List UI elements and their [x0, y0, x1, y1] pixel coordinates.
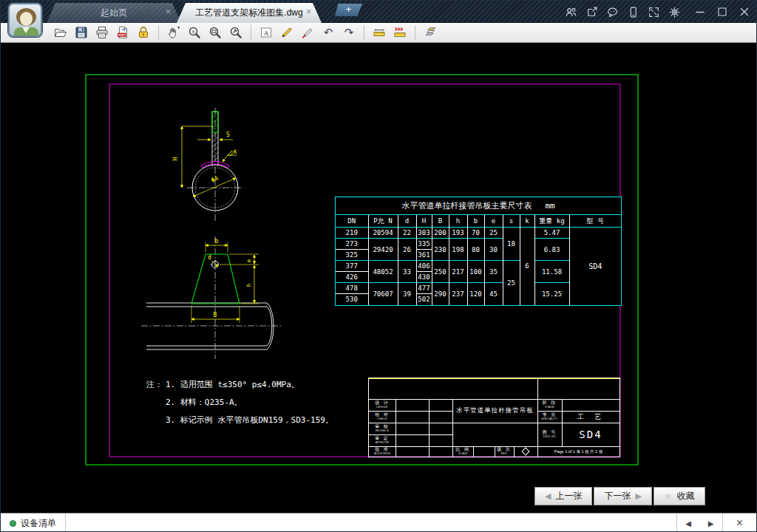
- col-header: 型 号: [569, 215, 621, 228]
- cell-H: 502: [416, 294, 432, 305]
- marker-tool-button[interactable]: [299, 24, 316, 41]
- star-icon: ★: [664, 491, 673, 502]
- cell-d: 22: [398, 228, 416, 239]
- titleblock-dwgno-label: 图 号 DWG. NO.: [537, 423, 562, 446]
- maximize-button[interactable]: [716, 6, 728, 18]
- status-close-button[interactable]: ×: [722, 514, 756, 532]
- cell-e: 25: [484, 228, 503, 239]
- cell-b: 70: [467, 228, 484, 239]
- measure-button[interactable]: [371, 24, 387, 41]
- status-back-button[interactable]: ◀: [676, 514, 699, 532]
- cell-dn: 273: [336, 239, 368, 250]
- tab-start-page[interactable]: 起始页 ×: [47, 3, 181, 23]
- title-block-line: [369, 378, 619, 379]
- chat-icon[interactable]: [606, 6, 619, 18]
- col-header: b: [467, 215, 484, 228]
- tab-close-icon[interactable]: ×: [306, 7, 311, 17]
- layers-button[interactable]: [422, 24, 438, 41]
- cell-d: 39: [398, 283, 416, 305]
- cell-B: 200: [432, 228, 449, 239]
- table-header-row: DN P允 N d H B h b e s k 重量 kg 型 号: [336, 215, 621, 228]
- status-forward-button[interactable]: ▶: [699, 514, 722, 532]
- zoom-extents-button[interactable]: [228, 24, 244, 41]
- mobile-icon[interactable]: [627, 6, 639, 18]
- fullscreen-icon[interactable]: [648, 6, 660, 18]
- titlebar-icons: [565, 1, 750, 23]
- new-tab-button[interactable]: +: [335, 4, 362, 16]
- col-header: h: [449, 215, 467, 228]
- tab-strip: 起始页 × 工艺管道支架标准图集.dwg ×: [47, 3, 322, 23]
- redo-icon: ↷: [344, 26, 354, 39]
- titleblock-recheck-label: 审 核 RECHECK: [369, 423, 396, 434]
- titleblock-page-info: Page 1 of 1 第 1 张 共 1 张: [537, 446, 619, 457]
- cell-b: 80: [467, 239, 484, 261]
- avatar-collar: [22, 27, 30, 33]
- cell-B: 230: [432, 239, 449, 261]
- zoom-window-button[interactable]: [207, 24, 223, 41]
- cell-H: 430: [416, 272, 432, 283]
- pan-button[interactable]: [166, 24, 182, 41]
- measure-multi-button[interactable]: [392, 24, 408, 41]
- titleblock-approve-label: 审 定 APPROVE: [369, 434, 396, 446]
- dimension-table: 水平管道单拉杆接管吊板主要尺寸表 mm DN P允 N d H B h b: [335, 197, 622, 306]
- table-row: 219 20594 22 303 200 193 70 25 18 6 5.47…: [336, 228, 621, 239]
- note-prefix: 注：: [146, 376, 166, 394]
- cell-d: 33: [398, 261, 416, 283]
- cell-weight: 15.25: [534, 283, 569, 305]
- undo-icon: ↶: [324, 26, 333, 39]
- cell-dn: 530: [336, 294, 368, 305]
- settings-icon[interactable]: [668, 6, 681, 18]
- export-pdf-button[interactable]: PDF: [115, 24, 131, 41]
- dim-label-dia: ΦA: [210, 175, 220, 184]
- save-button[interactable]: [73, 24, 89, 41]
- contacts-icon[interactable]: [565, 6, 577, 18]
- canvas[interactable]: H S K ΦA: [1, 43, 757, 513]
- favorite-button[interactable]: ★ 收藏: [654, 487, 705, 505]
- minimize-button[interactable]: [693, 6, 706, 18]
- cell-H: 335: [416, 239, 432, 250]
- lock-button[interactable]: [135, 24, 152, 41]
- close-button[interactable]: [738, 6, 750, 18]
- arrow-left-icon: ◀: [545, 491, 551, 501]
- cell-B: 290: [432, 283, 449, 305]
- note-item: 2. 材料：Q235-A。: [166, 394, 242, 412]
- cell-e: 45: [484, 283, 503, 305]
- text-tool-button[interactable]: A: [258, 24, 274, 41]
- pencil-tool-button[interactable]: [279, 24, 295, 41]
- cell-H: 406: [416, 261, 432, 272]
- dim-label-d: d: [208, 254, 211, 261]
- undo-button[interactable]: ↶: [320, 24, 336, 41]
- tab-close-icon[interactable]: ×: [166, 7, 171, 17]
- share-icon[interactable]: [585, 6, 598, 18]
- next-page-button[interactable]: 下一张 ▶: [594, 487, 651, 505]
- cell-weight: 5.47: [534, 228, 569, 239]
- titleblock-design-label: 设 计 DESIGN: [369, 399, 396, 411]
- avatar[interactable]: [8, 3, 42, 37]
- cell-dn: 219: [336, 228, 368, 239]
- cell-h: 198: [449, 239, 467, 261]
- green-dot-icon: [10, 520, 16, 527]
- title-block-line: [396, 399, 396, 457]
- table-unit: mm: [545, 201, 554, 211]
- title-block-line: [514, 446, 515, 457]
- cell-k: 6: [520, 228, 534, 305]
- prev-page-button[interactable]: ◀ 上一张: [534, 487, 592, 505]
- device-list-button[interactable]: 设备清单: [1, 514, 66, 532]
- window-controls: [693, 6, 750, 18]
- notes: 注： 1. 适用范围 t≤350° p≤4.0MPa。 2. 材料：Q235-A…: [146, 376, 361, 429]
- zoom-button[interactable]: ±: [186, 24, 203, 41]
- statusbar: 设备清单 ◀ ▶ ×: [1, 513, 756, 532]
- front-view-figure: H S K ΦA: [172, 108, 243, 222]
- print-button[interactable]: [94, 24, 110, 41]
- note-item: 3. 标记示例 水平管吊板DN159，SD3-159。: [166, 412, 333, 429]
- redo-button[interactable]: ↷: [341, 24, 357, 41]
- tab-document[interactable]: 工艺管道支架标准图集.dwg ×: [177, 3, 322, 23]
- col-header: P允 N: [368, 215, 398, 228]
- cell-H: 303: [416, 228, 432, 239]
- toolbar-separator: [415, 25, 415, 40]
- open-button[interactable]: [52, 24, 69, 41]
- cell-h: 193: [449, 228, 467, 239]
- cell-H: 361: [416, 250, 432, 261]
- dim-label-H: H: [172, 157, 179, 160]
- dim-label-S: S: [226, 132, 230, 138]
